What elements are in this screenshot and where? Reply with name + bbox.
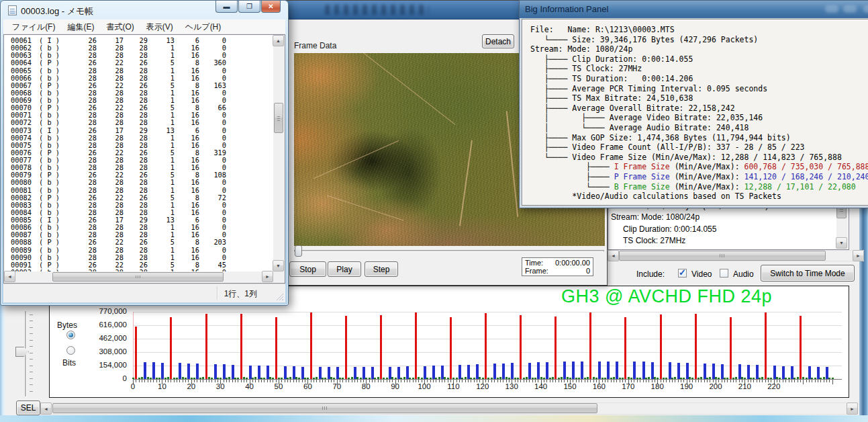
menu-item-4[interactable]: ヘルプ(H) [179,19,228,34]
scroll-right-arrow-icon[interactable]: ► [847,403,858,415]
frame-size-bar [214,364,217,379]
notepad-client: ファイル(F)編集(E)書式(O)表示(V)ヘルプ(H) 00061( I )2… [3,19,285,302]
notepad-edit-area[interactable]: 00061( I )261729136000062( b )2828281160… [3,34,285,284]
frame-size-bar [426,378,428,379]
x-axis-label: 0 [119,382,146,390]
frame-size-bar [254,377,256,379]
detach-button[interactable]: Detach [482,34,514,48]
frame-size-bar [663,378,665,379]
audio-checkbox[interactable] [720,269,728,278]
switch-to-time-mode-button[interactable]: Switch to Time Mode [761,265,855,282]
video-checkbox-label[interactable]: Video [691,269,712,279]
frame-size-bar [452,378,454,379]
frame-size-bar [563,362,566,379]
frame-size-bar [138,378,140,379]
play-button[interactable]: Play [328,261,361,277]
sel-button[interactable]: SEL [16,400,40,415]
log-row: 00072( b )2828281160 [11,119,273,126]
notepad-horizontal-scrollbar[interactable]: ◄ ► [4,271,273,283]
resize-grip-icon[interactable] [275,292,283,300]
np-scroll-up-arrow-icon[interactable]: ▲ [273,35,284,46]
frame-size-bar [252,378,254,379]
np-scroll-down-arrow-icon[interactable]: ▼ [273,260,284,271]
frame-size-bar [709,377,711,379]
frame-size-bar [779,378,781,379]
frame-size-bar [567,377,569,379]
frame-size-bar [654,377,656,379]
ghost-close-icon [863,5,868,13]
frame-size-bar [217,378,219,379]
frame-size-bar [797,377,799,379]
np-scroll-right-arrow-icon[interactable]: ► [262,271,273,282]
mini-scroll-down-arrow-icon[interactable]: ▼ [836,237,847,249]
frame-size-bar [167,377,169,379]
frame-size-bar [491,378,493,379]
frame-size-bar [552,377,554,379]
x-axis-label: 120 [469,382,496,390]
menu-item-0[interactable]: ファイル(F) [6,19,61,34]
frame-size-bar [263,378,265,379]
frame-size-bar [528,363,531,379]
bip-line: ├──── I Frame Size (Min/Ave/Max): 600,76… [530,162,868,172]
cursor-position-status: 1行、1列 [224,288,257,300]
branch-decoration [314,140,399,179]
mini-hscroll-thumb[interactable] [619,251,826,261]
x-axis-label: 30 [207,382,234,390]
menu-item-2[interactable]: 書式(O) [100,19,140,34]
frame-size-bar [806,378,808,379]
bip-line: └──── Video Frame Size (Min/Ave/Max): 12… [530,153,868,163]
np-vscroll-thumb[interactable] [274,103,283,133]
frame-size-bar [581,362,583,379]
scrollbar-thumb[interactable] [52,403,597,413]
close-button[interactable]: ✕ [261,1,281,13]
frame-size-bar [534,378,536,379]
frame-size-bar [310,312,312,379]
notepad-vertical-scrollbar[interactable]: ▲ ▼ [273,35,285,271]
stop-button[interactable]: Stop [289,261,326,277]
np-hscroll-thumb[interactable] [52,272,224,282]
frame-size-bar [208,377,210,379]
menu-item-3[interactable]: 表示(V) [140,19,179,34]
y-axis-label: 770,000 [70,307,127,315]
frame-size-bar [671,378,673,379]
frame-size-bar [418,377,420,379]
np-scroll-left-arrow-icon[interactable]: ◄ [4,271,15,282]
frame-size-bar [493,364,496,379]
y-axis-label: 616,000 [70,321,127,329]
frame-size-bar [237,378,239,379]
frame-size-bar [176,378,178,379]
playback-position-slider[interactable] [294,250,604,252]
frame-size-bar [683,378,685,379]
menu-item-1[interactable]: 編集(E) [61,19,100,34]
maximize-button[interactable]: ❐ [238,1,260,13]
video-checkbox[interactable] [678,269,687,278]
audio-checkbox-label[interactable]: Audio [733,269,754,279]
mini-scroll-right-arrow-icon[interactable]: ► [853,250,864,261]
mini-scroll-left-arrow-icon[interactable]: ◄ [608,250,619,261]
frame-size-bar [639,378,641,379]
x-tick [794,380,795,382]
x-tick [791,380,792,382]
frame-size-bar [246,378,248,379]
bip-line: └──── Size: 39,346,176 Bytes (427,296 Pa… [530,35,868,45]
playback-slider-thumb[interactable] [295,245,302,257]
x-axis-label: 150 [557,382,583,390]
branch-decoration [459,140,473,226]
frame-size-bar [517,378,519,379]
minimize-button[interactable]: ▬ [215,1,238,13]
scroll-left-arrow-icon[interactable]: ◄ [40,403,52,415]
ghost-minimize-icon [825,5,838,13]
frame-size-bar [508,378,510,379]
frame-size-bar [587,377,589,379]
frame-size-bar [832,378,834,379]
x-axis-label: 180 [644,382,671,390]
frame-size-bar [660,314,662,379]
slider-thumb[interactable] [15,347,29,357]
big-information-panel-titlebar[interactable]: Big Information Panel [520,1,868,18]
x-axis-label: 20 [178,382,205,390]
frame-size-bar [724,378,726,379]
y-axis-label: 308,000 [70,347,127,355]
step-button[interactable]: Step [365,261,398,277]
frame-size-bar [575,378,577,379]
frame-size-bar [156,378,158,379]
